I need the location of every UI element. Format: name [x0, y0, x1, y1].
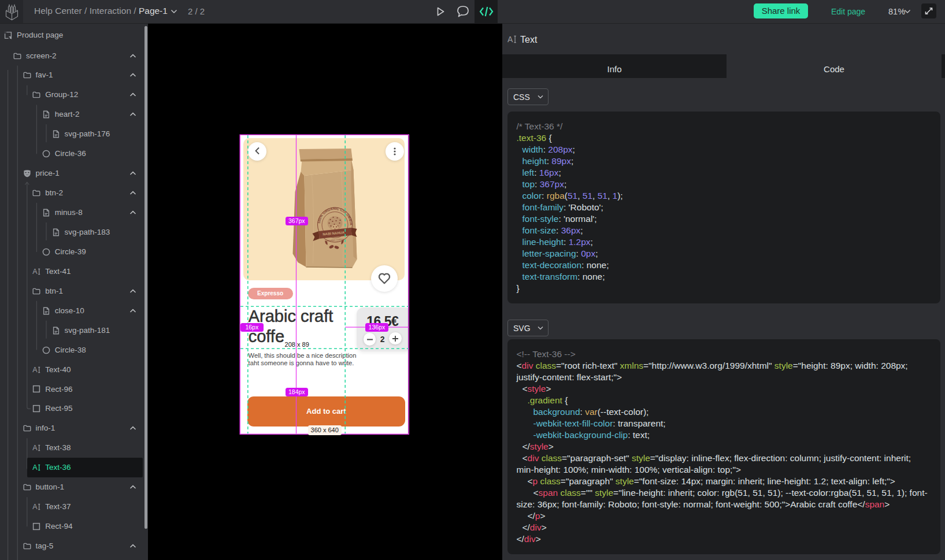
svg-text:A: A: [33, 366, 38, 374]
svg-text:A: A: [33, 268, 38, 276]
svg-text:A: A: [33, 444, 38, 453]
svg-text:A: A: [33, 503, 38, 511]
svg-text:A: A: [507, 35, 513, 44]
svg-text:A: A: [33, 464, 38, 472]
